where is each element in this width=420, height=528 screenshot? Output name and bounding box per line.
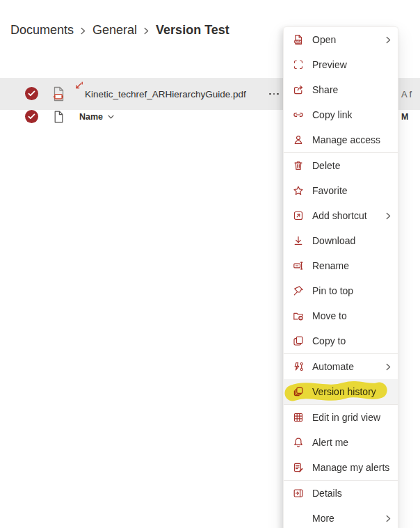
menu-item-label: Rename bbox=[312, 260, 391, 271]
copy-icon bbox=[293, 335, 304, 346]
chevron-right-icon bbox=[386, 515, 391, 522]
menu-item-manage-my-alerts[interactable]: Manage my alerts bbox=[284, 455, 398, 480]
bell-icon bbox=[293, 437, 304, 448]
details-pane-icon bbox=[293, 488, 304, 499]
chevron-down-icon bbox=[108, 115, 114, 119]
menu-item-label: Manage my alerts bbox=[312, 462, 391, 473]
more-actions-button[interactable] bbox=[269, 78, 279, 110]
menu-item-share[interactable]: Share bbox=[284, 77, 398, 102]
column-header-name-label: Name bbox=[79, 112, 103, 122]
menu-item-label: Move to bbox=[312, 310, 391, 321]
document-type-column-icon[interactable] bbox=[54, 111, 64, 126]
menu-item-label: Manage access bbox=[312, 134, 391, 145]
menu-item-edit-in-grid-view[interactable]: Edit in grid view bbox=[284, 405, 398, 430]
menu-item-rename[interactable]: Rename bbox=[284, 253, 398, 278]
menu-item-copy-link[interactable]: Copy link bbox=[284, 102, 398, 127]
menu-item-manage-access[interactable]: Manage access bbox=[284, 127, 398, 152]
menu-item-label: Copy link bbox=[312, 109, 391, 120]
breadcrumb-general[interactable]: General bbox=[92, 23, 137, 38]
menu-item-label: Alert me bbox=[312, 437, 391, 448]
menu-item-label: Preview bbox=[312, 59, 391, 70]
rename-icon bbox=[293, 260, 304, 271]
row-selected-checkbox[interactable] bbox=[25, 87, 38, 100]
menu-item-download[interactable]: Download bbox=[284, 228, 398, 253]
link-icon bbox=[293, 109, 304, 120]
clipboard-pencil-icon bbox=[293, 462, 304, 473]
menu-item-move-to[interactable]: Move to bbox=[284, 303, 398, 328]
menu-item-label: Share bbox=[312, 84, 391, 95]
download-icon bbox=[293, 235, 304, 246]
flow-icon bbox=[293, 361, 304, 372]
share-icon bbox=[293, 84, 304, 95]
menu-item-label: Favorite bbox=[312, 185, 391, 196]
menu-item-label: More bbox=[312, 513, 378, 524]
pdf-file-icon bbox=[51, 86, 66, 104]
chevron-right-icon bbox=[81, 27, 86, 35]
context-menu: PDF Open Preview Share Copy link bbox=[283, 26, 398, 528]
pin-icon bbox=[293, 285, 304, 296]
menu-item-label: Pin to top bbox=[312, 285, 391, 296]
menu-item-copy-to[interactable]: Copy to bbox=[284, 328, 398, 353]
breadcrumb: Documents General Version Test bbox=[10, 23, 229, 38]
column-header-name[interactable]: Name bbox=[79, 112, 114, 122]
menu-item-label: Download bbox=[312, 235, 391, 246]
layers-icon bbox=[293, 386, 304, 397]
star-icon bbox=[293, 185, 304, 196]
menu-item-open[interactable]: PDF Open bbox=[284, 27, 398, 52]
menu-item-label: Copy to bbox=[312, 335, 391, 346]
chevron-right-icon bbox=[144, 27, 149, 35]
menu-item-label: Delete bbox=[312, 160, 391, 171]
menu-item-details[interactable]: Details bbox=[284, 481, 398, 506]
chevron-right-icon bbox=[386, 363, 391, 371]
column-header-modified[interactable]: M bbox=[401, 112, 408, 122]
grid-icon bbox=[293, 412, 304, 423]
menu-item-add-shortcut[interactable]: Add shortcut bbox=[284, 203, 398, 228]
menu-item-favorite[interactable]: Favorite bbox=[284, 178, 398, 203]
add-shortcut-icon bbox=[293, 210, 304, 221]
no-icon bbox=[293, 513, 304, 524]
menu-item-automate[interactable]: Automate bbox=[284, 354, 398, 379]
person-icon bbox=[293, 134, 304, 145]
menu-item-delete[interactable]: Delete bbox=[284, 153, 398, 178]
menu-item-more[interactable]: More bbox=[284, 506, 398, 528]
menu-item-alert-me[interactable]: Alert me bbox=[284, 430, 398, 455]
chevron-right-icon bbox=[386, 212, 391, 220]
file-name[interactable]: Kinetic_techref_ARHierarchyGuide.pdf bbox=[85, 78, 246, 110]
chevron-right-icon bbox=[386, 36, 391, 44]
svg-text:PDF: PDF bbox=[296, 40, 300, 43]
menu-item-label: Edit in grid view bbox=[312, 412, 391, 423]
menu-item-label: Version history bbox=[312, 386, 391, 397]
trash-icon bbox=[293, 160, 304, 171]
breadcrumb-version-test: Version Test bbox=[156, 23, 229, 38]
modified-value: A f bbox=[401, 78, 412, 110]
recently-updated-icon bbox=[73, 81, 83, 95]
sharepoint-document-library: Documents General Version Test Name M bbox=[0, 0, 420, 528]
select-all-checkbox[interactable] bbox=[25, 110, 38, 123]
menu-item-label: Add shortcut bbox=[312, 210, 378, 221]
menu-item-pin-to-top[interactable]: Pin to top bbox=[284, 278, 398, 303]
preview-icon bbox=[293, 59, 304, 70]
menu-item-label: Open bbox=[312, 34, 378, 45]
folder-move-icon bbox=[293, 310, 304, 321]
menu-item-label: Details bbox=[312, 488, 391, 499]
pdf-file-icon: PDF bbox=[293, 34, 304, 45]
breadcrumb-documents[interactable]: Documents bbox=[10, 23, 74, 38]
menu-item-label: Automate bbox=[312, 361, 378, 372]
menu-item-version-history[interactable]: Version history bbox=[284, 379, 398, 404]
menu-item-preview[interactable]: Preview bbox=[284, 52, 398, 77]
